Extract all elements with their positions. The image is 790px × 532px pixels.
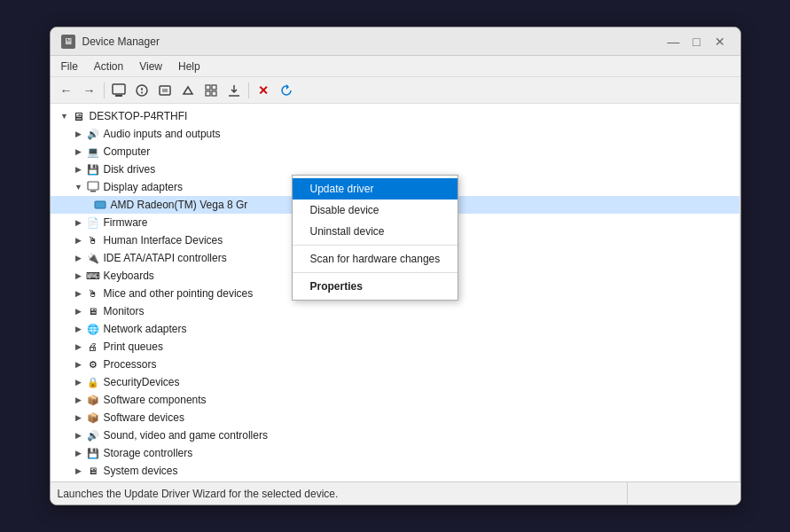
label-processors: Processors bbox=[104, 358, 157, 371]
toolbar-delete-btn[interactable]: ✕ bbox=[253, 80, 274, 101]
svg-rect-14 bbox=[88, 182, 98, 190]
expander-storage: ▶ bbox=[72, 446, 86, 460]
tree-item-usb[interactable]: ▶ 🔌 Universal Serial Bus controllers bbox=[51, 480, 739, 481]
icon-mice: 🖱 bbox=[86, 286, 100, 301]
toolbar-refresh-btn[interactable] bbox=[276, 80, 297, 101]
tree-item-system[interactable]: ▶ 🖥 System devices bbox=[51, 462, 739, 480]
label-monitors: Monitors bbox=[104, 305, 145, 317]
label-sound: Sound, video and game controllers bbox=[104, 429, 268, 442]
tree-item-monitors[interactable]: ▶ 🖥 Monitors bbox=[51, 302, 739, 320]
tree-item-print[interactable]: ▶ 🖨 Print queues bbox=[51, 338, 739, 356]
tree-item-processors[interactable]: ▶ ⚙ Processors bbox=[51, 356, 739, 373]
svg-point-4 bbox=[141, 91, 143, 93]
expander-computer: ▶ bbox=[72, 145, 86, 159]
toolbar-btn1[interactable] bbox=[108, 80, 129, 101]
context-menu: Update driver Disable device Uninstall d… bbox=[292, 175, 459, 301]
toolbar-btn6[interactable] bbox=[223, 80, 245, 101]
ctx-uninstall-device[interactable]: Uninstall device bbox=[293, 221, 458, 242]
icon-network: 🌐 bbox=[86, 322, 100, 336]
menu-action[interactable]: Action bbox=[87, 59, 130, 74]
label-ide: IDE ATA/ATAPI controllers bbox=[104, 252, 227, 264]
expander-monitors: ▶ bbox=[72, 304, 86, 318]
title-bar-controls: — □ ✕ bbox=[664, 32, 730, 51]
toolbar-forward[interactable]: → bbox=[79, 80, 100, 101]
toolbar-back[interactable]: ← bbox=[56, 80, 77, 101]
toolbar-btn4[interactable] bbox=[177, 80, 199, 101]
svg-marker-13 bbox=[286, 84, 289, 90]
label-software-dev: Software devices bbox=[104, 411, 184, 424]
ctx-disable-device[interactable]: Disable device bbox=[293, 200, 458, 221]
expander-security: ▶ bbox=[72, 375, 86, 389]
expander-amd bbox=[86, 198, 93, 212]
icon-root: 🖥 bbox=[72, 109, 86, 123]
label-hid: Human Interface Devices bbox=[104, 234, 223, 246]
icon-amd bbox=[93, 198, 107, 212]
tree-item-software-dev[interactable]: ▶ 📦 Software devices bbox=[51, 409, 739, 426]
expander-system: ▶ bbox=[72, 464, 86, 478]
label-amd: AMD Radeon(TM) Vega 8 Gr bbox=[111, 199, 248, 211]
svg-rect-0 bbox=[113, 84, 125, 94]
svg-rect-10 bbox=[206, 91, 210, 96]
label-audio: Audio inputs and outputs bbox=[104, 128, 221, 140]
ctx-sep2 bbox=[293, 272, 458, 273]
menu-view[interactable]: View bbox=[132, 59, 169, 74]
toolbar-btn2[interactable] bbox=[131, 80, 153, 101]
window-icon: 🖥 bbox=[61, 35, 75, 49]
toolbar-btn3[interactable] bbox=[154, 80, 176, 101]
icon-software-dev: 📦 bbox=[86, 411, 100, 425]
icon-processors: ⚙ bbox=[86, 357, 100, 372]
svg-rect-15 bbox=[90, 191, 96, 192]
tree-item-software-comp[interactable]: ▶ 📦 Software components bbox=[51, 391, 739, 409]
svg-rect-11 bbox=[212, 91, 216, 96]
svg-rect-1 bbox=[115, 95, 122, 97]
label-print: Print queues bbox=[104, 340, 163, 353]
expander-disk: ▶ bbox=[72, 162, 86, 176]
toolbar: ← → ✕ bbox=[51, 77, 740, 104]
svg-rect-8 bbox=[206, 85, 210, 90]
svg-rect-5 bbox=[160, 86, 170, 95]
label-security: SecurityDevices bbox=[104, 376, 180, 388]
device-manager-window: 🖥 Device Manager — □ ✕ File Action View … bbox=[50, 27, 741, 505]
icon-storage: 💾 bbox=[86, 446, 100, 460]
toolbar-btn5[interactable] bbox=[200, 80, 222, 101]
tree-item-root[interactable]: ▼ 🖥 DESKTOP-P4RTHFI bbox=[51, 107, 739, 125]
close-button[interactable]: ✕ bbox=[710, 32, 730, 51]
expander-sound: ▶ bbox=[72, 428, 86, 442]
status-text: Launches the Update Driver Wizard for th… bbox=[58, 488, 627, 500]
status-bar: Launches the Update Driver Wizard for th… bbox=[51, 481, 740, 505]
icon-monitors: 🖥 bbox=[86, 304, 100, 318]
expander-audio: ▶ bbox=[72, 127, 86, 141]
ctx-properties[interactable]: Properties bbox=[293, 276, 458, 297]
label-disk: Disk drives bbox=[104, 163, 156, 176]
expander-firmware: ▶ bbox=[72, 215, 86, 230]
menu-help[interactable]: Help bbox=[171, 59, 207, 74]
expander-display: ▼ bbox=[72, 180, 86, 194]
label-software-comp: Software components bbox=[104, 394, 207, 406]
tree-item-computer[interactable]: ▶ 💻 Computer bbox=[51, 143, 739, 160]
tree-item-audio[interactable]: ▶ 🔊 Audio inputs and outputs bbox=[51, 125, 739, 143]
icon-disk: 💾 bbox=[86, 162, 100, 176]
tree-item-security[interactable]: ▶ 🔒 SecurityDevices bbox=[51, 373, 739, 391]
expander-processors: ▶ bbox=[72, 357, 86, 372]
expander-mice: ▶ bbox=[72, 286, 86, 301]
label-root: DESKTOP-P4RTHFI bbox=[90, 110, 188, 122]
icon-software-comp: 📦 bbox=[86, 393, 100, 407]
icon-computer: 💻 bbox=[86, 145, 100, 159]
expander-print: ▶ bbox=[72, 340, 86, 354]
tree-item-network[interactable]: ▶ 🌐 Network adapters bbox=[51, 320, 739, 338]
tree-item-sound[interactable]: ▶ 🔊 Sound, video and game controllers bbox=[51, 426, 739, 444]
expander-hid: ▶ bbox=[72, 233, 86, 247]
ctx-scan-hardware[interactable]: Scan for hardware changes bbox=[293, 248, 458, 270]
minimize-button[interactable]: — bbox=[664, 32, 684, 51]
ctx-update-driver[interactable]: Update driver bbox=[293, 178, 458, 200]
icon-sound: 🔊 bbox=[86, 428, 100, 442]
tree-item-storage[interactable]: ▶ 💾 Storage controllers bbox=[51, 444, 739, 462]
expander-keyboards: ▶ bbox=[72, 269, 86, 283]
label-storage: Storage controllers bbox=[104, 447, 193, 459]
label-system: System devices bbox=[104, 465, 178, 477]
maximize-button[interactable]: □ bbox=[687, 32, 707, 51]
label-network: Network adapters bbox=[104, 323, 187, 335]
svg-rect-16 bbox=[95, 201, 106, 208]
menu-file[interactable]: File bbox=[54, 59, 85, 74]
icon-system: 🖥 bbox=[86, 464, 100, 478]
